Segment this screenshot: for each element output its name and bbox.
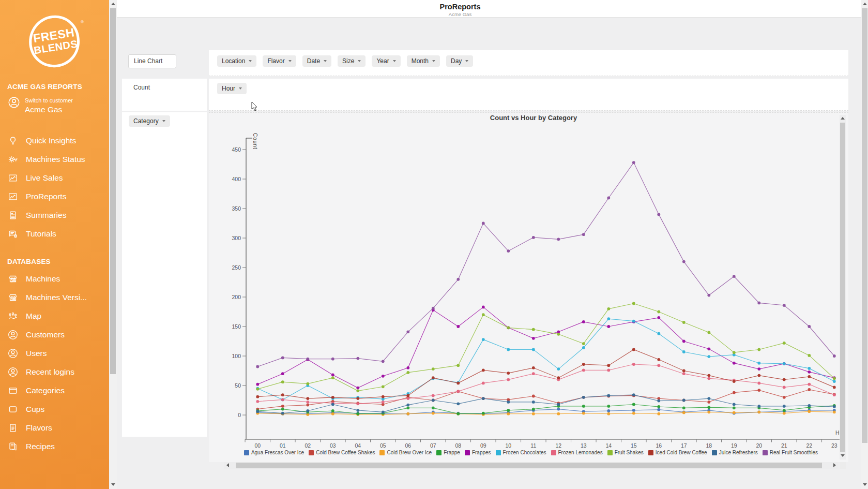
databases-section-header: DATABASES	[7, 258, 51, 265]
sidebar-item-machines-versi-[interactable]: Machines Versi...	[7, 292, 105, 304]
svg-text:07: 07	[430, 442, 436, 449]
recipes-icon	[7, 441, 19, 452]
legend-item[interactable]: Juice Refreshers	[712, 450, 758, 455]
sidebar-item-customers[interactable]: Customers	[7, 329, 105, 342]
legend-item[interactable]: Cold Brew Coffee Shakes	[309, 450, 375, 455]
sidebar-scrollbar-thumb[interactable]	[110, 8, 116, 374]
filter-chip-year[interactable]: Year	[372, 55, 400, 67]
legend-swatch	[607, 450, 613, 455]
scroll-up-icon[interactable]	[111, 3, 115, 5]
svg-text:200: 200	[232, 294, 241, 300]
legend-item[interactable]: Frozen Chocolates	[496, 450, 546, 455]
sidebar-item-quick-insights[interactable]: Quick Insights	[7, 135, 105, 147]
filter-chip-size[interactable]: Size	[338, 55, 366, 67]
scroll-up-icon[interactable]	[863, 3, 867, 5]
chevron-down-icon	[465, 60, 468, 62]
chart-hscrollbar-thumb[interactable]	[236, 463, 822, 468]
sidebar-item-flavors[interactable]: Flavors	[7, 422, 105, 435]
sidebar-item-map[interactable]: Map	[7, 310, 105, 323]
chevron-down-icon	[393, 60, 396, 62]
sidebar-item-recipes[interactable]: Recipes	[7, 441, 105, 453]
sidebar-item-cups[interactable]: Cups	[7, 404, 105, 416]
legend-item[interactable]: Frappes	[465, 450, 491, 455]
window-scrollbar[interactable]	[861, 0, 868, 489]
filter-chip-flavor[interactable]: Flavor	[263, 55, 296, 67]
svg-text:09: 09	[480, 442, 486, 449]
store-icon	[7, 292, 19, 303]
svg-text:350: 350	[232, 205, 241, 212]
chevron-down-icon	[324, 60, 327, 62]
scroll-up-icon[interactable]	[841, 117, 845, 120]
chart-hscrollbar[interactable]	[224, 462, 839, 469]
sidebar: FRESH BLENDS ® ACME GAS REPORTS Switch t…	[0, 0, 109, 489]
person-circle-icon	[7, 366, 19, 378]
filter-chips-row: LocationFlavorDateSizeYearMonthDay	[217, 55, 479, 67]
svg-text:01: 01	[280, 442, 286, 449]
mouse-cursor	[251, 101, 258, 112]
svg-text:250: 250	[232, 264, 241, 271]
svg-text:18: 18	[706, 442, 712, 449]
legend-item[interactable]: Fruit Shakes	[607, 450, 644, 455]
filter-chip-day[interactable]: Day	[446, 55, 473, 67]
svg-text:50: 50	[235, 382, 241, 389]
scroll-down-icon[interactable]	[841, 454, 845, 457]
sidebar-item-machines[interactable]: Machines	[7, 273, 105, 286]
chart-legend: Agua Frescas Over IceCold Brew Coffee Sh…	[224, 450, 837, 455]
svg-text:17: 17	[681, 442, 687, 449]
sidebar-item-proreports[interactable]: ProReports	[7, 191, 105, 203]
svg-text:08: 08	[455, 442, 461, 449]
filter-chip-location[interactable]: Location	[217, 55, 256, 67]
svg-text:03: 03	[330, 442, 336, 449]
svg-text:06: 06	[405, 442, 411, 449]
xaxis-chip-hour[interactable]: Hour	[217, 83, 247, 94]
sidebar-item-machines-status[interactable]: Machines Status	[7, 154, 105, 166]
sidebar-item-categories[interactable]: Categories	[7, 385, 105, 397]
scroll-down-icon[interactable]	[863, 483, 867, 486]
svg-text:10: 10	[505, 442, 511, 449]
sidebar-item-tutorials[interactable]: Tutorials	[7, 228, 105, 241]
chevron-down-icon	[162, 120, 165, 122]
chevron-down-icon	[249, 60, 252, 62]
legend-item[interactable]: Cold Brew Over Ice	[379, 450, 432, 455]
scroll-left-icon[interactable]	[226, 463, 229, 467]
sidebar-item-recent-logins[interactable]: Recent logins	[7, 366, 105, 379]
legend-item[interactable]: Frappe	[436, 450, 460, 455]
category-field-panel	[122, 112, 207, 437]
doc-grid-icon	[7, 210, 19, 221]
chart-vscrollbar[interactable]	[840, 115, 846, 460]
sidebar-item-users[interactable]: Users	[7, 348, 105, 360]
legend-item[interactable]: Frozen Lemonades	[551, 450, 603, 455]
svg-text:450: 450	[232, 146, 241, 153]
category-chip[interactable]: Category	[129, 115, 170, 127]
filter-chip-date[interactable]: Date	[302, 55, 331, 67]
sidebar-item-live-sales[interactable]: Live Sales	[7, 172, 105, 185]
cup-icon	[7, 404, 19, 415]
scroll-down-icon[interactable]	[111, 483, 115, 486]
chart-type-select[interactable]: Line Chart	[128, 54, 176, 68]
filter-chip-month[interactable]: Month	[407, 55, 440, 67]
svg-text:15: 15	[631, 442, 637, 449]
legend-swatch	[712, 450, 717, 455]
svg-text:05: 05	[380, 442, 386, 449]
chart-vscrollbar-thumb[interactable]	[840, 123, 845, 452]
svg-text:00: 00	[254, 442, 261, 449]
scroll-right-icon[interactable]	[833, 463, 836, 467]
svg-text:150: 150	[232, 323, 241, 330]
legend-swatch	[309, 450, 314, 455]
sidebar-scrollbar[interactable]	[109, 0, 117, 489]
svg-text:23: 23	[831, 442, 837, 449]
line-chart[interactable]: 050100150200250300350400450Count00010203…	[209, 112, 840, 454]
svg-text:11: 11	[530, 442, 536, 449]
map-pins-icon	[7, 310, 19, 322]
legend-item[interactable]: Iced Cold Brew Coffee	[648, 450, 707, 455]
store-icon	[7, 273, 19, 285]
legend-item[interactable]: Real Fruit Smoothies	[763, 450, 818, 455]
chevron-down-icon	[288, 60, 292, 62]
window-scrollbar-thumb[interactable]	[862, 8, 867, 443]
svg-text:22: 22	[806, 442, 812, 449]
legend-item[interactable]: Agua Frescas Over Ice	[244, 450, 304, 455]
value-field-label: Count	[133, 84, 150, 91]
legend-swatch	[648, 450, 653, 455]
sidebar-item-summaries[interactable]: Summaries	[7, 210, 105, 222]
svg-text:13: 13	[581, 442, 587, 449]
